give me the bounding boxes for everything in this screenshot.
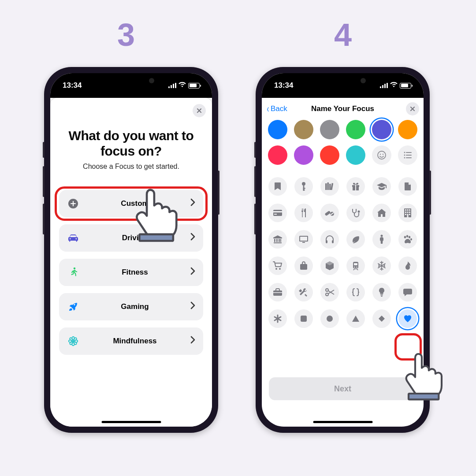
focus-picker-sheet: What do you want to focus on? Choose a F… [50,98,212,427]
braces-icon[interactable] [346,283,365,301]
svg-rect-43 [405,212,406,213]
person-icon[interactable] [372,230,391,249]
svg-point-19 [404,157,405,159]
step-number-4: 4 [334,17,352,53]
color-swatch[interactable] [346,145,365,165]
svg-rect-78 [381,296,383,297]
focus-option-mindfulness[interactable]: Mindfulness [59,327,203,355]
color-swatch[interactable] [398,120,417,139]
color-swatch[interactable] [372,120,391,139]
rocket-icon [67,302,79,312]
paw-icon[interactable] [398,230,417,249]
home-indicator [101,421,161,423]
svg-rect-34 [274,214,277,215]
svg-rect-49 [274,242,282,243]
house-icon[interactable] [372,204,391,222]
chevron-right-icon [190,198,195,208]
heart-icon[interactable] [398,309,417,328]
svg-rect-31 [355,185,356,190]
stethoscope-icon[interactable] [346,204,365,222]
svg-point-62 [408,236,410,238]
flame-icon[interactable] [398,257,417,275]
sheet-title: What do you want to focus on? [63,128,200,159]
building-icon[interactable] [398,204,417,222]
grad-cap-icon[interactable] [372,177,391,196]
tram-icon[interactable] [346,257,365,275]
svg-rect-23 [303,188,305,189]
close-button[interactable] [193,104,206,117]
bag-icon[interactable] [294,257,313,275]
battery-icon [188,83,200,89]
svg-rect-51 [276,239,278,242]
tools-icon[interactable] [294,283,313,301]
bookmark-icon[interactable] [268,177,287,196]
chevron-right-icon [190,336,195,346]
key-icon[interactable] [294,177,313,196]
color-swatch[interactable] [294,145,313,165]
credit-card-icon[interactable] [268,204,287,222]
svg-rect-58 [332,240,334,243]
chevron-right-icon [190,267,195,277]
step-number-3: 3 [117,17,135,53]
car-icon [67,234,79,242]
color-swatch[interactable] [294,120,313,139]
diamond-icon[interactable] [372,309,391,328]
svg-point-12 [378,151,386,159]
dynamic-island [105,73,158,88]
scissors-icon[interactable] [320,283,339,301]
list-style-button[interactable] [398,145,417,165]
svg-rect-52 [279,239,280,242]
svg-rect-24 [303,190,305,190]
svg-point-59 [380,235,383,237]
cellular-icon [168,83,176,88]
bank-icon[interactable] [268,230,287,249]
svg-rect-26 [327,182,329,190]
pills-icon[interactable] [320,204,339,222]
leaf-icon[interactable] [346,230,365,249]
color-swatch[interactable] [320,145,339,165]
color-swatch[interactable] [268,120,287,139]
svg-rect-47 [409,214,410,215]
running-icon [67,267,79,278]
gift-icon[interactable] [346,177,365,196]
next-button[interactable]: Next [269,377,416,400]
fork-knife-icon[interactable] [294,204,313,222]
option-label: Fitness [79,268,190,277]
box-icon[interactable] [320,257,339,275]
back-button[interactable]: ‹ Back [266,104,287,113]
focus-option-gaming[interactable]: Gaming [59,293,203,320]
books-icon[interactable] [320,177,339,196]
speech-icon[interactable] [398,283,417,301]
display-icon[interactable] [294,230,313,249]
svg-rect-57 [326,240,327,243]
flower-icon [67,336,79,346]
circle-icon[interactable] [320,309,339,328]
battery-icon [400,83,411,89]
svg-point-15 [404,152,405,153]
close-button[interactable] [406,102,419,115]
cart-icon[interactable] [268,257,287,275]
lightbulb-icon[interactable] [372,283,391,301]
color-swatch[interactable] [320,120,339,139]
color-swatch[interactable] [346,120,365,139]
svg-point-17 [404,155,405,156]
briefcase-icon[interactable] [268,283,287,301]
document-icon[interactable] [398,177,417,196]
headphones-icon[interactable] [320,230,339,249]
wifi-icon [178,81,186,90]
home-indicator [313,421,372,423]
snowflake-icon[interactable] [372,257,391,275]
emoji-picker-button[interactable] [372,145,391,165]
chevron-right-icon [190,301,195,312]
svg-rect-27 [329,184,331,190]
square-icon[interactable] [294,309,313,328]
tap-cursor-icon [402,347,446,402]
svg-point-75 [326,289,328,291]
triangle-icon[interactable] [346,309,365,328]
focus-option-fitness[interactable]: Fitness [59,259,203,286]
asterisk-icon[interactable] [268,309,287,328]
svg-point-83 [327,316,333,322]
color-swatch[interactable] [268,145,287,165]
svg-point-64 [275,268,277,270]
nav-title: Name Your Focus [311,104,374,113]
